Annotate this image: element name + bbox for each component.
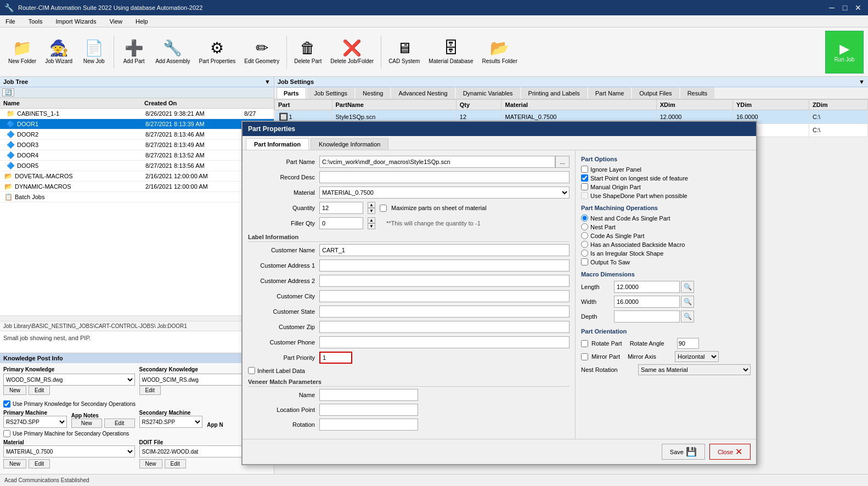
machining-ops-title: Part Machining Operations (581, 205, 751, 211)
nest-and-code-option: Nest and Code As Single Part (581, 214, 751, 222)
part-priority-row: Part Priority (248, 352, 570, 364)
manual-origin-checkbox[interactable] (581, 183, 588, 190)
dialog-left: Part Name ... Record Desc Material MATER… (243, 150, 575, 439)
width-label: Width (581, 298, 614, 305)
length-input[interactable] (614, 281, 680, 293)
material-form-select[interactable]: MATERIAL_0.7500 (319, 187, 570, 199)
customer-address1-input[interactable] (319, 259, 570, 272)
veneer-header-text: Veneer Match Parameters (248, 378, 322, 385)
part-name-label: Part Name (248, 159, 319, 165)
nest-and-code-radio[interactable] (581, 214, 588, 222)
inherit-label-text: Inherit Label Data (257, 368, 305, 374)
part-priority-input[interactable] (319, 352, 352, 364)
has-backside-label: Has an Associated Backside Macro (590, 241, 685, 248)
rotate-angle-input[interactable] (677, 338, 699, 349)
customer-state-row: Customer State (248, 306, 570, 318)
nest-part-option: Nest Part (581, 223, 751, 230)
nest-rotation-select[interactable]: Same as Material (638, 364, 751, 375)
start-point-option: Start Point on longest side of feature (581, 174, 751, 182)
veneer-location-input[interactable] (319, 404, 418, 416)
code-single-label: Code As Single Part (590, 233, 644, 239)
part-properties-dialog: Part Properties Part Information Knowled… (241, 121, 757, 465)
filler-qty-up[interactable]: ▲ (368, 217, 375, 223)
dialog-tab-knowledge[interactable]: Knowledge Information (311, 138, 389, 150)
ignore-layer-label: Ignore Layer Panel (590, 166, 641, 173)
filler-qty-spinner: ▲ ▼ (368, 217, 375, 229)
mirror-axis-select[interactable]: Horizontal Vertical (675, 351, 719, 362)
record-desc-label: Record Desc (248, 174, 319, 180)
part-name-row: Part Name ... (248, 156, 570, 168)
customer-name-input[interactable] (319, 244, 570, 256)
mirror-part-checkbox[interactable] (581, 353, 588, 360)
veneer-rotation-input[interactable] (319, 419, 418, 431)
inherit-label-row: Inherit Label Data (248, 367, 570, 374)
is-irregular-radio[interactable] (581, 250, 588, 257)
record-desc-row: Record Desc (248, 171, 570, 183)
save-label: Save (670, 449, 684, 455)
customer-name-row: Customer Name (248, 244, 570, 256)
customer-zip-label: Customer Zip (248, 324, 319, 330)
save-icon: 💾 (686, 447, 697, 457)
start-point-checkbox[interactable] (581, 174, 588, 182)
dialog-tab-part-info[interactable]: Part Information (246, 138, 309, 150)
record-desc-input[interactable] (319, 171, 570, 183)
mirror-part-label: Mirror Part (591, 353, 620, 360)
customer-phone-label: Customer Phone (248, 339, 319, 346)
customer-address1-row: Customer Address 1 (248, 259, 570, 272)
quantity-up[interactable]: ▲ (368, 202, 375, 208)
save-button[interactable]: Save 💾 (662, 444, 705, 460)
width-input[interactable] (614, 296, 680, 308)
has-backside-radio[interactable] (581, 241, 588, 248)
dialog-title-text: Part Properties (248, 125, 295, 133)
output-to-saw-checkbox[interactable] (581, 258, 588, 265)
width-browse-btn[interactable]: 🔍 (681, 296, 694, 308)
code-single-option: Code As Single Part (581, 232, 751, 239)
length-browse-btn[interactable]: 🔍 (681, 281, 694, 293)
quantity-down[interactable]: ▼ (368, 208, 375, 214)
veneer-name-label: Name (248, 392, 319, 398)
width-row: Width 🔍 (581, 296, 751, 308)
is-irregular-option: Is an Irregular Stock Shape (581, 250, 751, 257)
manual-origin-option: Manual Origin Part (581, 183, 751, 190)
part-options-title: Part Options (581, 156, 751, 162)
maximize-checkbox[interactable] (380, 205, 387, 212)
use-shapedone-checkbox (581, 192, 588, 199)
output-to-saw-option: Output To Saw (581, 258, 751, 265)
customer-city-label: Customer City (248, 293, 319, 299)
customer-address2-input[interactable] (319, 275, 570, 287)
part-name-browse-btn[interactable]: ... (555, 156, 570, 168)
veneer-rotation-label: Rotation (248, 421, 319, 428)
quantity-row-inner: ▲ ▼ Maximize parts on sheet of material (319, 202, 487, 214)
nest-rotation-label: Nest Rotation (581, 366, 630, 373)
veneer-section: Veneer Match Parameters Name Location Po… (248, 378, 570, 431)
length-label: Length (581, 284, 614, 290)
quantity-input[interactable] (319, 202, 363, 214)
customer-phone-input[interactable] (319, 336, 570, 348)
veneer-location-label: Location Point (248, 406, 319, 413)
customer-city-input[interactable] (319, 290, 570, 302)
material-form-row: Material MATERIAL_0.7500 (248, 187, 570, 199)
depth-label: Depth (581, 313, 614, 320)
inherit-label-checkbox[interactable] (248, 367, 255, 374)
customer-zip-input[interactable] (319, 321, 570, 333)
ignore-layer-checkbox[interactable] (581, 166, 588, 173)
filler-qty-down[interactable]: ▼ (368, 223, 375, 229)
depth-input[interactable] (614, 310, 680, 323)
veneer-title: Veneer Match Parameters (248, 378, 570, 387)
customer-state-input[interactable] (319, 306, 570, 318)
nest-part-radio[interactable] (581, 223, 588, 230)
macro-dim-title: Macro Dimensions (581, 271, 751, 278)
rotate-part-checkbox[interactable] (581, 340, 588, 347)
depth-row: Depth 🔍 (581, 310, 751, 323)
ignore-layer-option: Ignore Layer Panel (581, 166, 751, 173)
filler-qty-input[interactable] (319, 217, 363, 229)
part-name-input[interactable] (319, 156, 555, 168)
label-info-header-text: Label Information (248, 234, 298, 240)
depth-browse-btn[interactable]: 🔍 (681, 310, 694, 323)
close-button[interactable]: Close ✕ (709, 444, 751, 460)
close-label: Close (718, 449, 733, 455)
rotate-part-label: Rotate Part (591, 340, 622, 347)
veneer-name-input[interactable] (319, 389, 418, 401)
code-single-radio[interactable] (581, 232, 588, 239)
customer-phone-row: Customer Phone (248, 336, 570, 348)
